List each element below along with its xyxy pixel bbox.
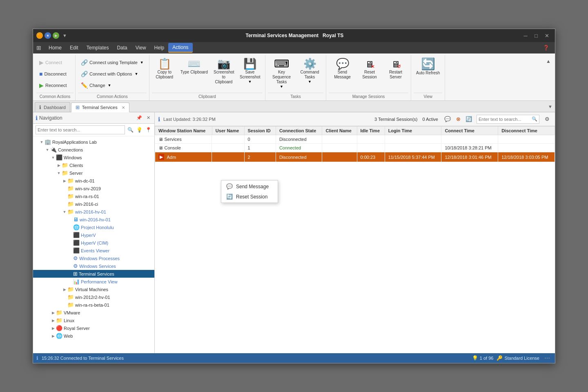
app-menu-expand[interactable]: ⊞	[35, 44, 43, 52]
type-clipboard-button[interactable]: ⌨️ Type Clipboard	[178, 57, 210, 76]
help-icon[interactable]: ❓	[539, 43, 553, 52]
connect-options-button[interactable]: 🔗 Connect with Options ▼	[78, 69, 147, 79]
cell-connect-time: 10/18/2018 3:28:21 PM	[441, 144, 498, 152]
tree-item-winsrv2019[interactable]: ▶ 📁 win-srv-2019	[33, 185, 154, 192]
menu-home[interactable]: Home	[45, 43, 66, 52]
menu-templates[interactable]: Templates	[82, 43, 113, 52]
table-header-row: Window Station Name User Name Session ID…	[155, 127, 555, 135]
tree-item-connections[interactable]: ▼ 🔌 Connections	[33, 146, 154, 154]
table-row-selected[interactable]: ▶Adm 2 Disconnected 0:00:23 11/15/2018 5…	[155, 152, 555, 162]
table-row[interactable]: 🖥Console 1 Connected 10/18/2018 3:28:21 …	[155, 144, 555, 152]
tree-item-win2012r2[interactable]: ▶ 📁 win-2012r2-hv-01	[33, 293, 154, 301]
screenshot-clipboard-label: Screenshot to Clipboard	[214, 70, 234, 85]
tree-item-web[interactable]: ▶ 🌐 Web	[33, 332, 154, 340]
pin-button[interactable]: 📌	[136, 114, 143, 122]
tree-item-events-viewer[interactable]: ▶ ⬛ Events Viewer	[33, 247, 154, 254]
tree: ▼ 🏢 RoyalApplications Lab ▼ 🔌 Connection…	[33, 136, 154, 353]
menu-view[interactable]: View	[131, 43, 150, 52]
messages-icon-btn[interactable]: 💬	[443, 115, 452, 124]
ribbon-collapse-button[interactable]: ▲	[543, 57, 553, 66]
folder-icon: 📁	[62, 170, 68, 176]
tree-item-windows-processes[interactable]: ▶ ⚙ Windows Processes	[33, 254, 154, 262]
restart-server-button[interactable]: 🖥↺ Restart Server	[383, 57, 408, 81]
connect-button[interactable]: ▶ Connect	[36, 58, 74, 67]
menu-help[interactable]: Help	[150, 43, 169, 52]
tree-item-server[interactable]: ▼ 📁 Server	[33, 169, 154, 177]
connections-icon: 🔌	[50, 147, 57, 153]
more-options-button[interactable]: ⋯	[543, 354, 552, 363]
tree-item-performance-view[interactable]: ▶ 📊 Performance View	[33, 278, 154, 285]
tree-item-linux[interactable]: ▶ 📁 Linux	[33, 316, 154, 324]
tree-item-hyperv[interactable]: ▶ ⬛ HyperV	[33, 231, 154, 239]
badge-count: 1 of 96	[480, 356, 494, 361]
send-message-button[interactable]: 💬 Send Message	[329, 57, 356, 81]
app-menu-icon[interactable]: ▼	[62, 33, 67, 38]
search-input[interactable]	[36, 125, 125, 134]
menu-data[interactable]: Data	[113, 43, 131, 52]
copy-clipboard-button[interactable]: 📋 Copy to Clipboard	[152, 57, 177, 81]
tree-item-win2016hv01[interactable]: ▶ 🖥 win-2016-hv-01	[33, 216, 154, 223]
tree-item-windows[interactable]: ▼ ⬛ Windows	[33, 154, 154, 161]
view-group-label: View	[414, 93, 442, 100]
minimize-button[interactable]: ─	[521, 31, 530, 40]
tab-dropdown[interactable]: ▼	[546, 102, 555, 111]
tree-item-windc01[interactable]: ▶ 📁 win-dc-01	[33, 177, 154, 185]
table-row[interactable]: 🖥Services 0 Disconnected	[155, 135, 555, 144]
auto-refresh-button[interactable]: 🔄 Auto Refresh	[414, 57, 442, 77]
key-sequence-button[interactable]: ⌨ Key Sequence Tasks ▼	[268, 57, 295, 90]
key-sequence-icon: ⌨	[274, 58, 290, 69]
lightbulb-icon[interactable]: 💡	[136, 126, 143, 134]
change-button[interactable]: ✏️ Change ▼	[78, 80, 147, 90]
ctx-send-message[interactable]: 💬 Send Message	[221, 181, 278, 192]
tree-item-vmware[interactable]: ▶ 📁 VMware	[33, 309, 154, 316]
sidebar-close-button[interactable]: ✕	[145, 114, 152, 122]
terminal-tab-close[interactable]: ✕	[122, 105, 125, 110]
menu-edit[interactable]: Edit	[66, 43, 82, 52]
menu-actions[interactable]: Actions	[168, 43, 192, 53]
disconnect-button[interactable]: ■ Disconnect	[36, 69, 74, 79]
tree-item-project-honolulu[interactable]: ▶ 🌐 Project Honolulu	[33, 223, 154, 231]
license-icon: 🔑	[497, 355, 503, 361]
green-icon[interactable]: ▶	[53, 32, 59, 39]
orange-icon[interactable]: 🟠	[36, 32, 43, 39]
tree-item-royal-server[interactable]: ▶ 🔴 Royal Server	[33, 324, 154, 332]
tree-item-hypervcim[interactable]: ▶ ⬛ HyperV (CIM)	[33, 239, 154, 247]
tree-item-win2016hv01-folder[interactable]: ▼ 📁 win-2016-hv-01	[33, 208, 154, 216]
maximize-button[interactable]: □	[531, 31, 541, 40]
ribbon-content: ▶ Connect ■ Disconnect ▶ Reconnect Commo…	[33, 53, 555, 100]
disconnect-label: Disconnect	[44, 71, 66, 76]
tree-item-virtual-machines[interactable]: ▶ 📁 Virtual Machines	[33, 285, 154, 293]
ctx-reset-session-icon: 🔄	[226, 194, 233, 200]
tree-item-royalapplications[interactable]: ▼ 🏢 RoyalApplications Lab	[33, 138, 154, 146]
ribbon-group-connect-template: 🔗 Connect using Template ▼ 🔗 Connect wit…	[76, 55, 149, 100]
warning-icon-btn[interactable]: ⊗	[454, 115, 463, 124]
command-tasks-button[interactable]: ⚙️ Command Tasks ▼	[296, 57, 323, 85]
tree-item-win2016ci[interactable]: ▶ 📁 win-2016-ci	[33, 200, 154, 208]
title-part1: Terminal Services Management	[245, 33, 318, 38]
close-button[interactable]: ✕	[542, 31, 552, 40]
clipboard-buttons: 📋 Copy to Clipboard ⌨️ Type Clipboard 📷 …	[152, 55, 263, 91]
blue-icon[interactable]: ■	[45, 32, 51, 39]
tree-item-clients[interactable]: ▶ 📁 Clients	[33, 161, 154, 169]
search-icon[interactable]: 🔍	[127, 126, 134, 134]
settings-icon-btn[interactable]: ⚙	[543, 115, 552, 124]
reconnect-button[interactable]: ▶ Reconnect	[36, 80, 74, 90]
ctx-reset-session[interactable]: 🔄 Reset Session	[221, 192, 278, 202]
save-screenshot-button[interactable]: 💾 Save Screenshot ▼	[237, 57, 263, 85]
hypervcim-icon: ⬛	[73, 240, 80, 246]
screenshot-clipboard-button[interactable]: 📷 Screenshot to Clipboard	[211, 57, 236, 86]
tree-item-windows-services[interactable]: ▶ ⚙ Windows Services	[33, 262, 154, 270]
tab-dashboard[interactable]: ℹ Dashboard	[35, 102, 70, 112]
tree-item-winrarsbeta[interactable]: ▶ 📁 win-ra-rs-beta-01	[33, 301, 154, 309]
col-disconnect-time: Disconnect Time	[498, 127, 555, 135]
tab-terminal-services[interactable]: ⊞ Terminal Services ✕	[71, 102, 129, 112]
common-actions-label: Common Actions	[36, 93, 74, 100]
reset-session-button[interactable]: 🖥✕ Reset Session	[357, 57, 382, 81]
pin-sidebar-icon[interactable]: 📍	[145, 126, 152, 134]
tree-item-terminal-services[interactable]: ▶ ⊞ Terminal Services	[33, 270, 154, 278]
tree-item-winrars01[interactable]: ▶ 📁 win-ra-rs-01	[33, 192, 154, 200]
connect-template-button[interactable]: 🔗 Connect using Template ▼	[78, 58, 147, 67]
monitor-icon: 🖥	[73, 216, 78, 223]
content-search-input[interactable]	[477, 116, 530, 122]
refresh-icon-btn[interactable]: 🔄	[464, 115, 473, 124]
